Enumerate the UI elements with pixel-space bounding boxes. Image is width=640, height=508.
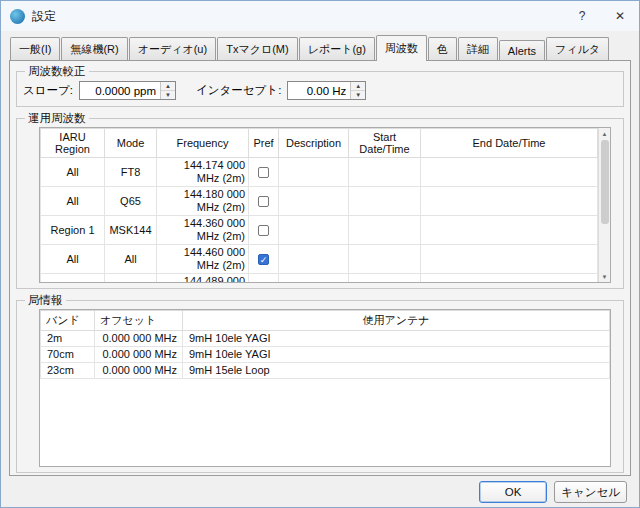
title-bar: 設定 ? ✕ — [1, 1, 639, 31]
slope-spin-buttons: ▲ ▼ — [160, 82, 175, 99]
end-date-cell[interactable] — [421, 274, 598, 284]
ok-button[interactable]: OK — [479, 481, 547, 503]
start-date-cell[interactable] — [349, 158, 421, 187]
antenna-cell[interactable]: 9mH 15ele Loop — [183, 363, 610, 379]
frequency-column-header[interactable]: Start Date/Time — [349, 129, 421, 158]
frequency-row[interactable]: AllAll144.460 000 MHz (2m)✓ — [41, 245, 598, 274]
calibration-row: スロープ: 0.0000 ppm ▲ ▼ インターセプト: 0.00 Hz ▲ … — [23, 80, 617, 102]
end-date-cell[interactable] — [421, 158, 598, 187]
tab-tx-macros[interactable]: Txマクロ(M) — [217, 37, 297, 60]
station-column-header[interactable]: オフセット — [95, 311, 183, 331]
offset-cell[interactable]: 0.000 000 MHz — [95, 363, 183, 379]
intercept-value[interactable]: 0.00 Hz — [288, 82, 350, 99]
region-cell[interactable]: Region 1 — [41, 216, 105, 245]
pref-checkbox[interactable] — [258, 225, 269, 236]
frequency-column-header[interactable]: IARU Region — [41, 129, 105, 158]
slope-value[interactable]: 0.0000 ppm — [80, 82, 160, 99]
antenna-cell[interactable]: 9mH 10ele YAGI — [183, 331, 610, 347]
pref-cell — [249, 158, 279, 187]
mode-cell[interactable]: WSPR — [105, 274, 157, 284]
pref-checkbox[interactable] — [258, 167, 269, 178]
frequency-row[interactable]: Region 1MSK144144.360 000 MHz (2m) — [41, 216, 598, 245]
region-cell[interactable]: All — [41, 158, 105, 187]
frequency-row[interactable]: AllWSPR144.489 000 MHz (2m) — [41, 274, 598, 284]
frequency-column-header[interactable]: Description — [279, 129, 349, 158]
frequency-row[interactable]: AllQ65144.180 000 MHz (2m) — [41, 187, 598, 216]
offset-cell[interactable]: 0.000 000 MHz — [95, 347, 183, 363]
tab-reporting[interactable]: レポート(g) — [299, 37, 375, 60]
spin-down-icon[interactable]: ▼ — [351, 91, 365, 99]
mode-cell[interactable]: MSK144 — [105, 216, 157, 245]
mode-cell[interactable]: All — [105, 245, 157, 274]
frequency-column-header[interactable]: Mode — [105, 129, 157, 158]
vertical-scrollbar[interactable]: ▲ ▼ — [598, 128, 610, 282]
start-date-cell[interactable] — [349, 245, 421, 274]
station-table-header: バンドオフセット使用アンテナ — [41, 311, 610, 331]
mode-cell[interactable]: FT8 — [105, 158, 157, 187]
help-button[interactable]: ? — [563, 1, 601, 31]
description-cell[interactable] — [279, 187, 349, 216]
start-date-cell[interactable] — [349, 187, 421, 216]
close-button[interactable]: ✕ — [601, 1, 639, 31]
scrollbar-thumb[interactable] — [601, 140, 609, 224]
offset-cell[interactable]: 0.000 000 MHz — [95, 331, 183, 347]
working-frequencies-group: 運用周波数 IARU RegionModeFrequencyPrefDescri… — [16, 111, 624, 289]
mode-cell[interactable]: Q65 — [105, 187, 157, 216]
region-cell[interactable]: All — [41, 245, 105, 274]
band-cell[interactable]: 70cm — [41, 347, 95, 363]
cancel-button[interactable]: キャンセル — [554, 481, 627, 503]
region-cell[interactable]: All — [41, 187, 105, 216]
spin-down-icon[interactable]: ▼ — [161, 91, 175, 99]
tab-advanced[interactable]: 詳細 — [458, 37, 498, 60]
start-date-cell[interactable] — [349, 216, 421, 245]
pref-cell — [249, 216, 279, 245]
region-cell[interactable]: All — [41, 274, 105, 284]
tab-radio[interactable]: 無線機(R) — [61, 37, 127, 60]
frequency-column-header[interactable]: End Date/Time — [421, 129, 598, 158]
tab-general[interactable]: 一般(I) — [10, 37, 60, 60]
tab-alerts[interactable]: Alerts — [499, 40, 545, 60]
frequency-cell[interactable]: 144.360 000 MHz (2m) — [157, 216, 249, 245]
station-column-header[interactable]: バンド — [41, 311, 95, 331]
tab-colors[interactable]: 色 — [428, 37, 457, 60]
frequency-column-header[interactable]: Frequency — [157, 129, 249, 158]
settings-dialog: 設定 ? ✕ 一般(I)無線機(R)オーディオ(u)Txマクロ(M)レポート(g… — [0, 0, 640, 508]
station-row[interactable]: 70cm0.000 000 MHz9mH 10ele YAGI — [41, 347, 610, 363]
scroll-up-icon[interactable]: ▲ — [599, 128, 610, 139]
description-cell[interactable] — [279, 216, 349, 245]
tab-filters[interactable]: フィルタ — [546, 37, 609, 60]
spin-up-icon[interactable]: ▲ — [161, 82, 175, 91]
antenna-cell[interactable]: 9mH 10ele YAGI — [183, 347, 610, 363]
working-frequencies-title: 運用周波数 — [25, 111, 89, 126]
tab-audio[interactable]: オーディオ(u) — [129, 37, 216, 60]
end-date-cell[interactable] — [421, 216, 598, 245]
frequency-column-header[interactable]: Pref — [249, 129, 279, 158]
description-cell[interactable] — [279, 245, 349, 274]
intercept-spinbox[interactable]: 0.00 Hz ▲ ▼ — [287, 81, 366, 100]
description-cell[interactable] — [279, 158, 349, 187]
pref-checkbox[interactable]: ✓ — [258, 254, 269, 265]
frequency-row[interactable]: AllFT8144.174 000 MHz (2m) — [41, 158, 598, 187]
end-date-cell[interactable] — [421, 245, 598, 274]
intercept-label: インターセプト: — [196, 83, 281, 98]
station-row[interactable]: 2m0.000 000 MHz9mH 10ele YAGI — [41, 331, 610, 347]
frequency-cell[interactable]: 144.174 000 MHz (2m) — [157, 158, 249, 187]
dialog-button-row: OK キャンセル — [1, 476, 639, 508]
frequency-table: IARU RegionModeFrequencyPrefDescriptionS… — [39, 127, 611, 283]
frequency-cell[interactable]: 144.489 000 MHz (2m) — [157, 274, 249, 284]
station-row[interactable]: 23cm0.000 000 MHz9mH 15ele Loop — [41, 363, 610, 379]
band-cell[interactable]: 2m — [41, 331, 95, 347]
frequency-cell[interactable]: 144.180 000 MHz (2m) — [157, 187, 249, 216]
pref-checkbox[interactable] — [258, 196, 269, 207]
description-cell[interactable] — [279, 274, 349, 284]
start-date-cell[interactable] — [349, 274, 421, 284]
end-date-cell[interactable] — [421, 187, 598, 216]
spin-up-icon[interactable]: ▲ — [351, 82, 365, 91]
station-column-header[interactable]: 使用アンテナ — [183, 311, 610, 331]
slope-spinbox[interactable]: 0.0000 ppm ▲ ▼ — [79, 81, 176, 100]
station-information-group: 局情報 バンドオフセット使用アンテナ 2m0.000 000 MHz9mH 10… — [16, 293, 624, 473]
frequency-cell[interactable]: 144.460 000 MHz (2m) — [157, 245, 249, 274]
tab-frequencies[interactable]: 周波数 — [376, 35, 427, 61]
scroll-down-icon[interactable]: ▼ — [599, 271, 610, 282]
band-cell[interactable]: 23cm — [41, 363, 95, 379]
